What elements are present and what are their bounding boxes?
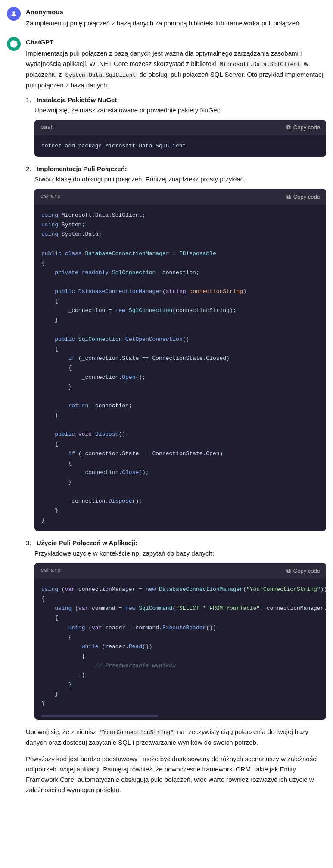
- user-message: Anonymous Zaimplementuj pulę połączeń z …: [7, 7, 326, 28]
- section-3: Użycie Puli Połączeń w Aplikacji: Przykł…: [26, 538, 326, 720]
- assistant-message-content: ChatGPT Implementacja puli połączeń z ba…: [26, 37, 326, 801]
- section-2: Implementacja Puli Połączeń: Stwórz klas…: [26, 164, 326, 531]
- footer-text: Upewnij się, że zmienisz "YourConnection…: [26, 727, 326, 795]
- scroll-indicator: [41, 715, 158, 717]
- copy-icon-bash: ⧉: [286, 124, 291, 131]
- footer-paragraph-2: Powyższy kod jest bardzo podstawowy i mo…: [26, 754, 326, 795]
- code-block-csharp-1: csharp ⧉ Copy code using Microsoft.Data.…: [34, 189, 326, 531]
- section-1-content: Upewnij się, że masz zainstalowane odpow…: [26, 105, 326, 157]
- assistant-name: ChatGPT: [26, 37, 326, 47]
- code-lang-csharp-1: csharp: [40, 192, 61, 201]
- user-avatar: [7, 7, 21, 21]
- footer-paragraph-1: Upewnij się, że zmienisz "YourConnection…: [26, 727, 326, 748]
- section-2-text: Stwórz klasę do obsługi puli połączeń. P…: [34, 174, 326, 184]
- code-lang-csharp-2: csharp: [40, 566, 61, 575]
- sections-list: Instalacja Pakietów NuGet: Upewnij się, …: [26, 95, 326, 720]
- section-1-text: Upewnij się, że masz zainstalowane odpow…: [34, 105, 326, 116]
- inline-code-1: Microsoft.Data.SqlClient: [218, 61, 302, 68]
- copy-icon-csharp-1: ⧉: [286, 193, 291, 200]
- copy-button-bash[interactable]: ⧉ Copy code: [286, 124, 320, 131]
- user-message-content: Anonymous Zaimplementuj pulę połączeń z …: [26, 7, 326, 28]
- copy-button-csharp-2[interactable]: ⧉ Copy code: [286, 567, 320, 575]
- section-1-heading: Instalacja Pakietów NuGet:: [37, 96, 119, 103]
- section-2-heading: Implementacja Puli Połączeń:: [37, 165, 127, 172]
- assistant-avatar: [7, 37, 21, 51]
- assistant-message: ChatGPT Implementacja puli połączeń z ba…: [7, 37, 326, 801]
- user-message-text: Zaimplementuj pulę połączeń z bazą danyc…: [26, 18, 326, 28]
- footer-inline-code: "YourConnectionString": [98, 729, 176, 736]
- code-block-csharp-2-header: csharp ⧉ Copy code: [34, 563, 326, 579]
- copy-icon-csharp-2: ⧉: [286, 567, 291, 575]
- section-3-content: Przykładowe użycie w kontekście np. zapy…: [26, 548, 326, 720]
- code-body-bash: dotnet add package Microsoft.Data.SqlCli…: [34, 135, 326, 157]
- code-body-csharp-2: using (var connectionManager = new Datab…: [34, 579, 326, 715]
- section-3-heading: Użycie Puli Połączeń w Aplikacji:: [37, 539, 138, 546]
- user-name: Anonymous: [26, 7, 326, 17]
- copy-button-csharp-1[interactable]: ⧉ Copy code: [286, 193, 320, 200]
- code-block-bash: bash ⧉ Copy code dotnet add package Micr…: [34, 120, 326, 157]
- assistant-intro: Implementacja puli połączeń z bazą danyc…: [26, 48, 326, 91]
- code-lang-bash: bash: [40, 123, 54, 132]
- code-block-csharp-1-header: csharp ⧉ Copy code: [34, 189, 326, 205]
- section-3-text: Przykładowe użycie w kontekście np. zapy…: [34, 548, 326, 559]
- code-block-csharp-2: csharp ⧉ Copy code using (var connection…: [34, 563, 326, 720]
- code-body-csharp-1: using Microsoft.Data.SqlClient; using Sy…: [34, 205, 326, 531]
- code-block-bash-header: bash ⧉ Copy code: [34, 120, 326, 136]
- section-2-content: Stwórz klasę do obsługi puli połączeń. P…: [26, 174, 326, 531]
- inline-code-2: System.Data.SqlClient: [64, 72, 138, 79]
- section-1: Instalacja Pakietów NuGet: Upewnij się, …: [26, 95, 326, 157]
- svg-point-0: [12, 11, 15, 14]
